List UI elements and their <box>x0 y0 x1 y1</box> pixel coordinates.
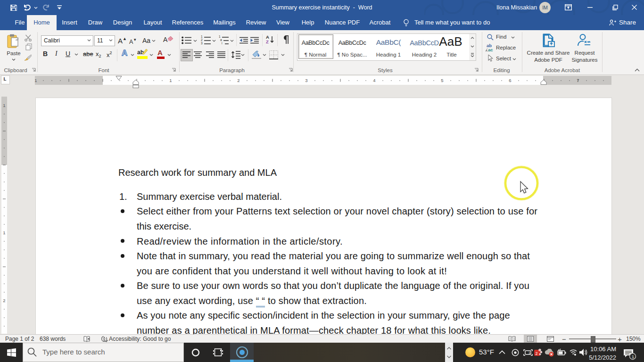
svg-text:1: 1 <box>169 78 172 83</box>
svg-text:2: 2 <box>237 78 239 83</box>
svg-text:2: 2 <box>536 351 538 356</box>
svg-text:3: 3 <box>305 78 307 83</box>
svg-text:4: 4 <box>373 78 375 83</box>
svg-text:7: 7 <box>577 78 579 83</box>
svg-text:1: 1 <box>528 351 530 354</box>
svg-text:6: 6 <box>509 78 511 83</box>
svg-text:1: 1 <box>34 78 37 83</box>
svg-text:1: 1 <box>3 103 5 108</box>
svg-text:2: 2 <box>3 298 5 303</box>
svg-text:1: 1 <box>3 230 5 235</box>
svg-text:1: 1 <box>632 354 634 359</box>
svg-text:5: 5 <box>441 78 443 83</box>
